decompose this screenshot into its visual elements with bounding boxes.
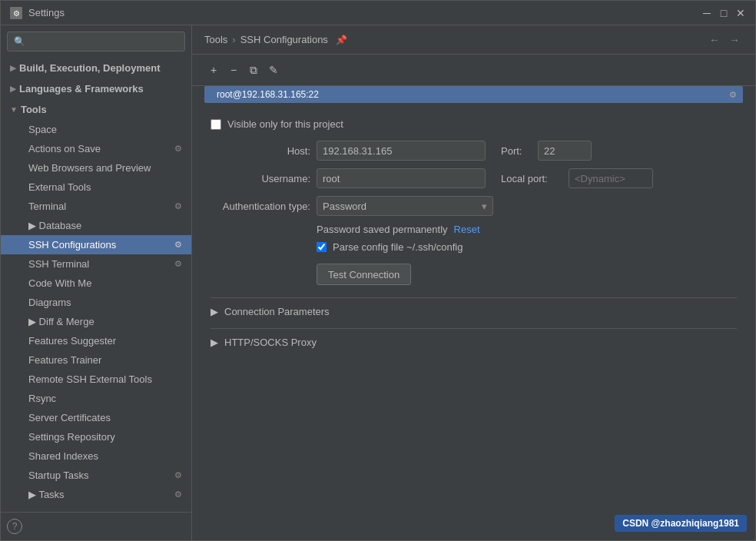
sidebar-item-languages-frameworks[interactable]: ▶ Languages & Frameworks: [1, 78, 191, 99]
connection-parameters-label: Connection Parameters: [224, 306, 330, 317]
sidebar-item-label: External Tools: [28, 181, 91, 193]
sidebar-item-terminal[interactable]: Terminal ⚙: [1, 197, 191, 216]
sidebar-item-features-trainer[interactable]: Features Trainer: [1, 350, 191, 370]
parse-config-row: Parse config file ~/.ssh/config: [317, 241, 737, 253]
local-port-input[interactable]: [569, 168, 653, 188]
forward-arrow[interactable]: →: [726, 32, 743, 48]
sidebar-section-label: Tools: [21, 104, 47, 115]
sidebar-item-ssh-configurations[interactable]: SSH Configurations ⚙: [1, 235, 191, 254]
sidebar: 🔍 ▶ Build, Execution, Deployment ▶ Langu…: [1, 25, 192, 540]
username-input[interactable]: [317, 168, 486, 188]
sidebar-item-space[interactable]: Space: [1, 120, 191, 139]
sidebar-item-web-browsers[interactable]: Web Browsers and Preview: [1, 158, 191, 178]
toolbar: + − ⧉ ✎: [192, 55, 755, 86]
auth-type-label: Authentication type:: [211, 201, 310, 212]
config-entry-label: root@192.168.31.165:22: [217, 89, 319, 100]
chevron-right-icon: ▶: [10, 85, 16, 93]
search-icon: 🔍: [14, 36, 25, 47]
sidebar-item-label: SSH Terminal: [28, 258, 89, 270]
host-input[interactable]: [317, 141, 486, 161]
sidebar-item-remote-ssh-external-tools[interactable]: Remote SSH External Tools: [1, 370, 191, 389]
sidebar-item-actions-on-save[interactable]: Actions on Save ⚙: [1, 139, 191, 158]
sidebar-item-label: Code With Me: [28, 277, 91, 289]
close-button[interactable]: ✕: [735, 8, 746, 18]
password-saved-label: Password saved permanently: [317, 224, 448, 235]
auth-type-select-wrap: Password Key pair OpenSSH config and aut…: [317, 196, 493, 216]
sidebar-item-code-with-me[interactable]: Code With Me: [1, 274, 191, 293]
help-button[interactable]: ?: [7, 519, 22, 534]
parse-config-checkbox[interactable]: [317, 242, 327, 252]
settings-window: ⚙ Settings ─ □ ✕ 🔍 ▶ Build, Execution, D…: [0, 0, 756, 541]
test-connection-button[interactable]: Test Connection: [317, 264, 411, 285]
search-input[interactable]: [30, 36, 178, 47]
sidebar-item-build-execution-deployment[interactable]: ▶ Build, Execution, Deployment: [1, 58, 191, 78]
sidebar-item-label: Web Browsers and Preview: [28, 162, 151, 174]
sidebar-item-label: Features Trainer: [28, 354, 101, 366]
sidebar-item-label: SSH Configurations: [28, 239, 116, 251]
sidebar-item-label: Rsync: [28, 393, 56, 404]
sidebar-item-database[interactable]: ▶ Database: [1, 216, 191, 235]
sidebar-item-label: Terminal: [28, 201, 66, 212]
local-port-label: Local port:: [501, 173, 562, 184]
sidebar-item-label: Server Certificates: [28, 412, 111, 423]
edit-button[interactable]: ✎: [264, 61, 283, 79]
chevron-right-icon: ▶: [10, 64, 16, 72]
copy-button[interactable]: ⧉: [244, 61, 263, 79]
parse-config-label: Parse config file ~/.ssh/config: [333, 241, 463, 253]
breadcrumb: Tools › SSH Configurations 📌: [204, 34, 700, 45]
http-socks-proxy-label: HTTP/SOCKS Proxy: [224, 337, 317, 348]
watermark: CSDN @zhaozhiqiang1981: [615, 515, 747, 532]
sidebar-item-diff-merge[interactable]: ▶ Diff & Merge: [1, 312, 191, 331]
sidebar-bottom: ?: [1, 512, 191, 540]
config-entry[interactable]: root@192.168.31.165:22 ⚙: [204, 86, 743, 103]
sidebar-item-ssh-terminal[interactable]: SSH Terminal ⚙: [1, 254, 191, 274]
sidebar-item-label: Startup Tasks: [28, 470, 89, 481]
window-title: Settings: [28, 7, 701, 18]
sidebar-item-settings-repository[interactable]: Settings Repository: [1, 427, 191, 446]
maximize-button[interactable]: □: [718, 8, 729, 18]
chevron-right-icon: ▶: [211, 337, 218, 348]
sidebar-item-label: Settings Repository: [28, 431, 115, 443]
sidebar-item-server-certificates[interactable]: Server Certificates: [1, 408, 191, 427]
auth-type-select[interactable]: Password Key pair OpenSSH config and aut…: [317, 196, 493, 216]
search-box[interactable]: 🔍: [7, 32, 185, 51]
sidebar-item-tasks[interactable]: ▶ Tasks ⚙: [1, 485, 191, 504]
main-content: 🔍 ▶ Build, Execution, Deployment ▶ Langu…: [1, 25, 755, 540]
sidebar-item-shared-indexes[interactable]: Shared Indexes: [1, 446, 191, 466]
form-area: Visible only for this project Host: Port…: [192, 109, 755, 540]
pin-icon: 📌: [336, 35, 347, 45]
chevron-right-icon: ▶: [211, 306, 218, 317]
connection-parameters-section[interactable]: ▶ Connection Parameters: [211, 297, 737, 325]
sidebar-item-external-tools[interactable]: External Tools: [1, 178, 191, 197]
gear-icon: ⚙: [174, 490, 182, 500]
auth-type-row: Authentication type: Password Key pair O…: [211, 196, 737, 216]
sidebar-item-features-suggester[interactable]: Features Suggester: [1, 331, 191, 350]
add-button[interactable]: +: [204, 61, 223, 79]
gear-icon: ⚙: [174, 201, 182, 211]
reset-link[interactable]: Reset: [454, 224, 480, 235]
sidebar-item-tools[interactable]: ▼ Tools: [1, 99, 191, 120]
remove-button[interactable]: −: [224, 61, 243, 79]
sidebar-item-rsync[interactable]: Rsync: [1, 389, 191, 408]
config-entry-icon: ⚙: [729, 90, 737, 100]
sidebar-list: ▶ Build, Execution, Deployment ▶ Languag…: [1, 58, 191, 512]
sidebar-item-label: Actions on Save: [28, 143, 101, 154]
sidebar-item-label: Remote SSH External Tools: [28, 373, 152, 385]
visible-only-row: Visible only for this project: [211, 118, 737, 130]
sidebar-item-diagrams[interactable]: Diagrams: [1, 293, 191, 312]
sidebar-item-startup-tasks[interactable]: Startup Tasks ⚙: [1, 466, 191, 485]
breadcrumb-parent: Tools: [204, 34, 227, 45]
port-input[interactable]: [538, 141, 592, 161]
sidebar-section-label: Languages & Frameworks: [19, 83, 144, 95]
visible-only-checkbox[interactable]: [211, 119, 221, 130]
http-socks-proxy-section[interactable]: ▶ HTTP/SOCKS Proxy: [211, 328, 737, 356]
host-row: Host: Port:: [211, 141, 737, 161]
back-arrow[interactable]: ←: [706, 32, 723, 48]
sidebar-item-label: ▶ Database: [28, 220, 81, 231]
minimize-button[interactable]: ─: [701, 8, 712, 18]
breadcrumb-current: SSH Configurations: [240, 34, 328, 45]
app-icon: ⚙: [10, 7, 22, 19]
host-label: Host:: [211, 145, 310, 157]
sidebar-item-label: Shared Indexes: [28, 450, 98, 462]
panel-header: Tools › SSH Configurations 📌 ← →: [192, 25, 755, 55]
